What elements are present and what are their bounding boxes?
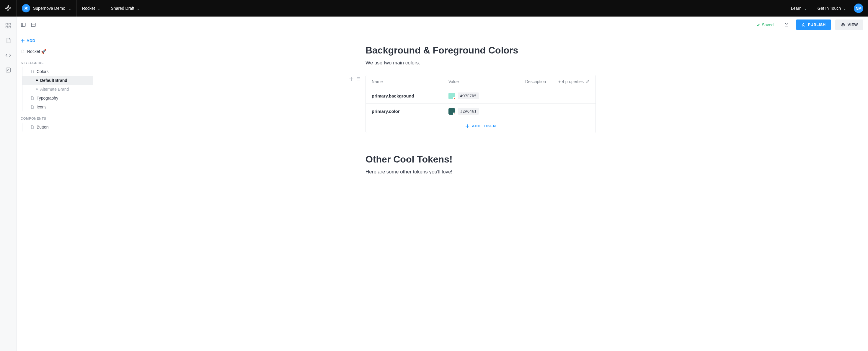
chevron-down-icon xyxy=(804,7,807,10)
nav-label: Shared Draft xyxy=(111,6,134,11)
sidebar-item-alternate-brand[interactable]: Alternate Brand xyxy=(23,85,93,94)
chevron-down-icon xyxy=(68,7,71,10)
code-icon[interactable] xyxy=(5,52,11,59)
bullet-icon xyxy=(36,80,38,81)
col-description: Description xyxy=(525,79,548,84)
workspace-switcher[interactable]: SD Supernova Demo xyxy=(17,0,77,17)
page-icon xyxy=(30,96,34,100)
block-controls xyxy=(349,77,361,81)
svg-point-3 xyxy=(5,8,6,9)
token-value: F #2A6461 xyxy=(448,108,525,115)
svg-rect-12 xyxy=(31,23,35,27)
svg-rect-10 xyxy=(21,23,25,27)
section-styleguide: STYLEGUIDE xyxy=(17,56,93,67)
sidebar-item-button[interactable]: Button xyxy=(23,123,93,131)
chevron-down-icon xyxy=(137,7,140,10)
col-extra[interactable]: + 4 properties xyxy=(548,79,590,84)
dashboard-icon[interactable] xyxy=(5,23,11,29)
drag-handle-icon[interactable] xyxy=(356,77,361,81)
top-header: SD Supernova Demo Rocket Shared Draft Le… xyxy=(0,0,868,17)
nav-learn[interactable]: Learn xyxy=(786,0,812,17)
figma-badge-icon: F xyxy=(453,113,456,116)
sidebar-item-icons[interactable]: Icons xyxy=(23,103,93,111)
app-logo[interactable] xyxy=(0,0,17,17)
user-avatar[interactable]: NM xyxy=(854,4,863,13)
hex-value: #97E7D5 xyxy=(458,92,479,99)
col-name: Name xyxy=(372,79,448,84)
token-name: primary.color xyxy=(372,109,448,114)
sidebar-item-label: Alternate Brand xyxy=(40,87,69,92)
page-icon xyxy=(21,49,25,54)
plus-icon xyxy=(21,39,25,43)
page-title: Background & Foreground Colors xyxy=(366,45,596,56)
bullet-icon xyxy=(36,88,38,90)
section-components: COMPONENTS xyxy=(17,111,93,123)
check-icon xyxy=(756,23,760,27)
svg-rect-7 xyxy=(6,26,7,28)
external-link-button[interactable] xyxy=(781,20,792,30)
col-value: Value xyxy=(448,79,525,84)
saved-indicator: Saved xyxy=(756,23,774,27)
publish-label: PUBLISH xyxy=(808,23,826,27)
svg-point-4 xyxy=(10,8,11,9)
window-icon[interactable] xyxy=(31,22,36,27)
nav-shared-draft[interactable]: Shared Draft xyxy=(106,0,145,17)
workspace-avatar: SD xyxy=(22,4,30,12)
content-toolbar: Saved PUBLISH VIEW xyxy=(93,17,868,33)
panel-toggle-icon[interactable] xyxy=(21,22,26,27)
sidebar-item-label: Typography xyxy=(37,96,58,100)
figma-badge-icon: F xyxy=(453,97,456,100)
token-value: F #97E7D5 xyxy=(448,92,525,99)
page-icon xyxy=(30,105,34,109)
intro-text: We use two main colors: xyxy=(366,60,596,66)
hex-value: #2A6461 xyxy=(458,108,479,115)
sidebar-item-rocket[interactable]: Rocket 🚀 xyxy=(17,47,93,56)
add-button[interactable]: ADD xyxy=(17,37,93,45)
svg-rect-6 xyxy=(8,23,10,25)
pencil-icon[interactable] xyxy=(585,80,590,84)
sidebar-item-label: Default Brand xyxy=(40,78,67,83)
sidebar-item-label: Rocket 🚀 xyxy=(27,49,46,54)
chevron-down-icon xyxy=(97,7,100,10)
nav-label: Learn xyxy=(791,6,802,11)
token-name: primary.background xyxy=(372,93,448,98)
svg-rect-9 xyxy=(6,68,10,72)
sidebar: ADD Rocket 🚀 STYLEGUIDE Colors Default B… xyxy=(17,17,93,351)
table-header: Name Value Description + 4 properties xyxy=(366,75,595,88)
document-icon[interactable] xyxy=(5,37,11,44)
svg-point-0 xyxy=(7,7,9,9)
sidebar-item-colors[interactable]: Colors xyxy=(23,67,93,76)
plus-icon[interactable] xyxy=(349,77,354,81)
color-swatch: F xyxy=(448,108,455,115)
table-row[interactable]: primary.color F #2A6461 xyxy=(366,104,595,119)
sidebar-item-typography[interactable]: Typography xyxy=(23,94,93,103)
plus-icon xyxy=(465,124,469,128)
workspace-name: Supernova Demo xyxy=(33,6,65,11)
token-table: Name Value Description + 4 properties pr… xyxy=(366,75,596,133)
chevron-down-icon xyxy=(843,7,846,10)
content-wrap: Saved PUBLISH VIEW Background & Foregrou… xyxy=(93,17,868,351)
nav-get-in-touch[interactable]: Get In Touch xyxy=(812,0,851,17)
content-inner: Background & Foreground Colors We use tw… xyxy=(360,45,602,175)
svg-point-1 xyxy=(8,6,9,7)
extra-label: + 4 properties xyxy=(558,79,584,84)
svg-rect-5 xyxy=(6,23,7,25)
sidebar-item-label: Icons xyxy=(37,105,46,109)
content: Background & Foreground Colors We use tw… xyxy=(93,33,868,351)
view-button[interactable]: VIEW xyxy=(835,20,863,30)
sidebar-toolbar xyxy=(17,17,93,33)
publish-button[interactable]: PUBLISH xyxy=(796,20,831,30)
section-intro: Here are some other tokens you'll love! xyxy=(366,169,596,175)
color-swatch: F xyxy=(448,93,455,99)
table-row[interactable]: primary.background F #97E7D5 xyxy=(366,88,595,104)
sidebar-item-default-brand[interactable]: Default Brand xyxy=(23,76,93,85)
nav-rocket[interactable]: Rocket xyxy=(77,0,106,17)
add-token-button[interactable]: ADD TOKEN xyxy=(366,119,595,133)
nav-label: Get In Touch xyxy=(817,6,841,11)
page-icon xyxy=(30,69,34,74)
page-icon xyxy=(30,125,34,129)
edit-icon[interactable] xyxy=(5,67,11,73)
svg-point-14 xyxy=(842,24,843,25)
sidebar-item-label: Colors xyxy=(37,69,49,74)
add-label: ADD xyxy=(27,38,35,43)
